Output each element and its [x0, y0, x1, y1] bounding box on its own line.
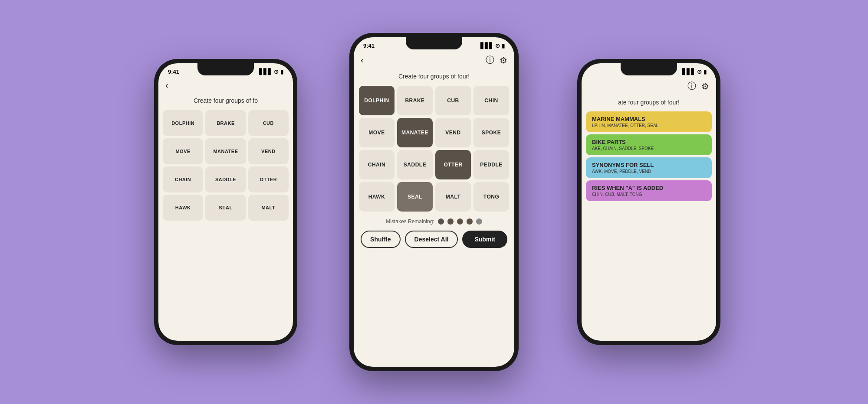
- tile-manatee-left[interactable]: MANATEE: [205, 138, 246, 164]
- dot-1: [438, 218, 444, 225]
- tile-peddle-center[interactable]: PEDDLE: [473, 150, 509, 179]
- notch-center: [406, 37, 462, 49]
- help-icon[interactable]: ⓘ: [486, 54, 494, 66]
- dot-2: [447, 218, 454, 225]
- tile-cub-center[interactable]: CUB: [435, 86, 471, 115]
- category-ries: RIES WHEN "A" IS ADDED CHIN, CUB, MALT, …: [586, 180, 712, 201]
- dot-4: [467, 218, 473, 225]
- time-center: 9:41: [363, 42, 375, 49]
- tile-malt-left[interactable]: MALT: [248, 195, 289, 221]
- tile-tong-center[interactable]: TONG: [473, 182, 509, 212]
- battery-icon-c: ▮: [502, 42, 505, 49]
- help-icon-r[interactable]: ⓘ: [687, 80, 696, 92]
- left-phone: 9:41 ▋▋▋ ⊙ ▮ ‹ Create four groups of fo …: [154, 59, 297, 345]
- word-grid-center: DOLPHIN BRAKE CUB CHIN MOVE MANATEE VEND…: [354, 83, 514, 214]
- subtitle-right: ate four groups of four!: [582, 95, 716, 109]
- submit-button[interactable]: Submit: [462, 231, 507, 248]
- right-phone: 9:41 ▋▋▋ ⊙ ▮ ⓘ ⚙ ate four groups of four…: [577, 59, 720, 345]
- deselect-button[interactable]: Deselect All: [405, 231, 458, 248]
- tile-cub-left[interactable]: CUB: [248, 110, 289, 136]
- back-button-left[interactable]: ‹: [165, 80, 168, 90]
- signal-icon-c: ▋▋▋: [480, 42, 493, 49]
- center-phone: 9:41 ▋▋▋ ⊙ ▮ ‹ ⓘ ⚙ Create four groups of…: [349, 33, 519, 371]
- cat-title-bike: BIKE PARTS: [592, 139, 706, 145]
- cat-title-ries: RIES WHEN "A" IS ADDED: [592, 185, 706, 191]
- tile-saddle-center[interactable]: SADDLE: [397, 150, 433, 179]
- tile-dolphin-center[interactable]: DOLPHIN: [359, 86, 395, 115]
- tile-spoke-center[interactable]: SPOKE: [473, 118, 509, 147]
- header-right-icons-r: ⓘ ⚙: [687, 80, 709, 92]
- notch-left: [197, 63, 254, 75]
- mistakes-label: Mistakes Remaining:: [386, 218, 434, 225]
- category-marine: MARINE MAMMALS LPHIN, MANATEE, OTTER, SE…: [586, 111, 712, 132]
- tile-vend-left[interactable]: VEND: [248, 138, 289, 164]
- status-icons-right: ▋▋▋ ⊙ ▮: [682, 68, 707, 75]
- dot-3: [457, 218, 463, 225]
- tile-hawk-left[interactable]: HAWK: [163, 195, 203, 221]
- tile-move-left[interactable]: MOVE: [163, 138, 203, 164]
- category-bike: BIKE PARTS AKE, CHAIN, SADDLE, SPOKE: [586, 134, 712, 155]
- header-left: ‹: [158, 77, 293, 94]
- tile-manatee-center[interactable]: MANATEE: [397, 118, 433, 147]
- dot-5: [476, 218, 482, 225]
- tile-saddle-left[interactable]: SADDLE: [205, 166, 246, 192]
- back-button-center[interactable]: ‹: [361, 55, 364, 65]
- battery-icon-r: ▮: [704, 68, 707, 75]
- tile-seal-left[interactable]: SEAL: [205, 195, 246, 221]
- signal-icon: ▋▋▋: [259, 68, 272, 75]
- header-right-icons: ⓘ ⚙: [486, 54, 507, 66]
- wifi-icon-r: ⊙: [697, 68, 702, 75]
- category-sell: SYNONYMS FOR SELL AWK, MOVE, PEDDLE, VEN…: [586, 157, 712, 178]
- subtitle-center: Create four groups of four!: [354, 69, 514, 83]
- tile-vend-center[interactable]: VEND: [435, 118, 471, 147]
- word-grid-left: DOLPHIN BRAKE CUB MOVE MANATEE VEND CHAI…: [158, 108, 293, 223]
- header-center: ‹ ⓘ ⚙: [354, 51, 514, 69]
- header-right: ⓘ ⚙: [582, 77, 716, 95]
- tile-brake-center[interactable]: BRAKE: [397, 86, 433, 115]
- shuffle-button[interactable]: Shuffle: [361, 231, 400, 248]
- battery-icon: ▮: [280, 68, 283, 75]
- cat-words-bike: AKE, CHAIN, SADDLE, SPOKE: [592, 146, 706, 151]
- notch-right: [621, 63, 677, 75]
- tile-brake-left[interactable]: BRAKE: [205, 110, 246, 136]
- tile-dolphin-left[interactable]: DOLPHIN: [163, 110, 203, 136]
- tile-move-center[interactable]: MOVE: [359, 118, 395, 147]
- wifi-icon-c: ⊙: [495, 42, 500, 49]
- status-icons-center: ▋▋▋ ⊙ ▮: [480, 42, 505, 49]
- tile-otter-left[interactable]: OTTER: [248, 166, 289, 192]
- status-icons-left: ▋▋▋ ⊙ ▮: [259, 68, 283, 75]
- cat-words-ries: CHIN, CUB, MALT, TONG: [592, 192, 706, 197]
- tile-chain-left[interactable]: CHAIN: [163, 166, 203, 192]
- tile-malt-center[interactable]: MALT: [435, 182, 471, 212]
- action-buttons: Shuffle Deselect All Submit: [354, 227, 514, 251]
- settings-icon[interactable]: ⚙: [500, 55, 507, 65]
- wifi-icon: ⊙: [274, 68, 279, 75]
- tile-seal-center[interactable]: SEAL: [397, 182, 433, 212]
- time-left: 9:41: [168, 68, 179, 75]
- cat-title-sell: SYNONYMS FOR SELL: [592, 162, 706, 168]
- cat-words-sell: AWK, MOVE, PEDDLE, VEND: [592, 169, 706, 174]
- signal-icon-r: ▋▋▋: [682, 68, 695, 75]
- settings-icon-r[interactable]: ⚙: [701, 81, 709, 91]
- tile-chin-center[interactable]: CHIN: [473, 86, 509, 115]
- tile-otter-center[interactable]: OTTER: [435, 150, 471, 179]
- subtitle-left: Create four groups of fo: [158, 94, 293, 108]
- cat-title-marine: MARINE MAMMALS: [592, 116, 706, 122]
- mistakes-row: Mistakes Remaining:: [354, 214, 514, 227]
- cat-words-marine: LPHIN, MANATEE, OTTER, SEAL: [592, 123, 706, 128]
- tile-hawk-center[interactable]: HAWK: [359, 182, 395, 212]
- tile-chain-center[interactable]: CHAIN: [359, 150, 395, 179]
